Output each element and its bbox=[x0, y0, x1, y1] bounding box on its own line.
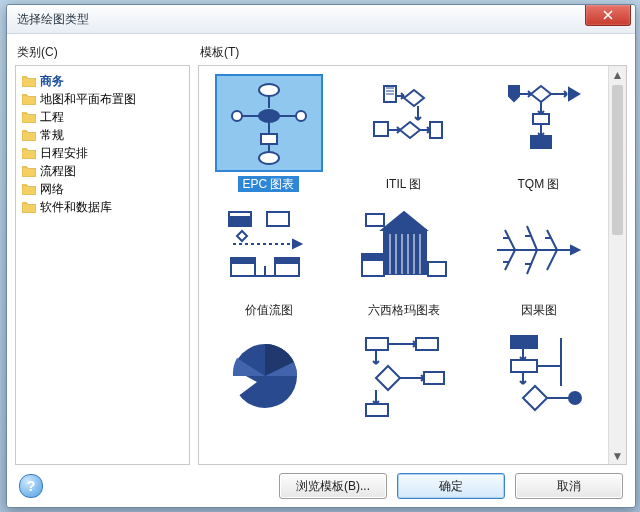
svg-point-2 bbox=[259, 110, 279, 122]
category-item[interactable]: 工程 bbox=[20, 108, 185, 126]
svg-rect-15 bbox=[531, 136, 551, 148]
categories-tree[interactable]: 商务地图和平面布置图工程常规日程安排流程图网络软件和数据库 bbox=[15, 65, 190, 465]
category-item[interactable]: 常规 bbox=[20, 126, 185, 144]
svg-rect-22 bbox=[275, 258, 299, 263]
category-item[interactable]: 商务 bbox=[20, 72, 185, 90]
svg-point-34 bbox=[569, 392, 581, 404]
scroll-thumb[interactable] bbox=[612, 85, 623, 235]
template-thumbnail bbox=[217, 76, 321, 170]
scroll-track[interactable] bbox=[610, 83, 625, 447]
svg-rect-23 bbox=[366, 214, 384, 226]
svg-rect-29 bbox=[416, 338, 438, 350]
templates-viewport: EPC 图表ITIL 图TQM 图价值流图六西格玛图表因果图 bbox=[199, 66, 608, 464]
window-title: 选择绘图类型 bbox=[17, 11, 89, 28]
category-label: 流程图 bbox=[40, 163, 76, 180]
template-item[interactable]: 价值流图 bbox=[205, 202, 332, 318]
category-label: 常规 bbox=[40, 127, 64, 144]
svg-rect-20 bbox=[231, 258, 255, 263]
folder-icon bbox=[22, 201, 36, 213]
svg-rect-13 bbox=[430, 122, 442, 138]
folder-icon bbox=[22, 129, 36, 141]
svg-rect-8 bbox=[261, 134, 277, 144]
category-label: 日程安排 bbox=[40, 145, 88, 162]
folder-icon bbox=[22, 147, 36, 159]
svg-rect-14 bbox=[533, 114, 549, 124]
template-item[interactable]: TQM 图 bbox=[475, 76, 602, 192]
category-item[interactable]: 流程图 bbox=[20, 162, 185, 180]
category-label: 地图和平面布置图 bbox=[40, 91, 136, 108]
svg-point-4 bbox=[232, 111, 242, 121]
svg-rect-25 bbox=[362, 254, 384, 260]
folder-icon bbox=[22, 111, 36, 123]
svg-rect-32 bbox=[511, 336, 537, 348]
template-thumbnail bbox=[217, 202, 321, 296]
template-thumbnail bbox=[217, 328, 321, 422]
template-label: EPC 图表 bbox=[238, 176, 298, 192]
template-label bbox=[400, 428, 408, 444]
template-thumbnail bbox=[352, 202, 456, 296]
template-label: TQM 图 bbox=[514, 176, 564, 192]
svg-rect-31 bbox=[366, 404, 388, 416]
template-thumbnail bbox=[352, 76, 456, 170]
close-button[interactable] bbox=[585, 5, 631, 26]
svg-point-10 bbox=[259, 152, 279, 164]
template-label: ITIL 图 bbox=[382, 176, 426, 192]
template-thumbnail bbox=[487, 202, 591, 296]
browse-templates-button[interactable]: 浏览模板(B)... bbox=[279, 473, 387, 499]
template-item[interactable]: EPC 图表 bbox=[205, 76, 332, 192]
template-item[interactable]: 六西格玛图表 bbox=[340, 202, 467, 318]
template-item[interactable]: ITIL 图 bbox=[340, 76, 467, 192]
template-item[interactable] bbox=[340, 328, 467, 444]
titlebar: 选择绘图类型 bbox=[7, 5, 635, 34]
categories-label: 类别(C) bbox=[17, 44, 190, 61]
ok-button[interactable]: 确定 bbox=[397, 473, 505, 499]
templates-scrollbar[interactable]: ▲ ▼ bbox=[608, 66, 626, 464]
template-label: 六西格玛图表 bbox=[364, 302, 444, 318]
template-item[interactable]: 因果图 bbox=[475, 202, 602, 318]
svg-rect-33 bbox=[511, 360, 537, 372]
template-item[interactable] bbox=[205, 328, 332, 444]
svg-point-6 bbox=[296, 111, 306, 121]
svg-rect-17 bbox=[229, 212, 251, 217]
categories-column: 类别(C) 商务地图和平面布置图工程常规日程安排流程图网络软件和数据库 bbox=[15, 40, 190, 465]
category-label: 工程 bbox=[40, 109, 64, 126]
dialog-window: 选择绘图类型 类别(C) 商务地图和平面布置图工程常规日程安排流程图网络软件和数… bbox=[6, 4, 636, 508]
svg-rect-30 bbox=[424, 372, 444, 384]
folder-icon bbox=[22, 75, 36, 87]
category-item[interactable]: 日程安排 bbox=[20, 144, 185, 162]
svg-rect-12 bbox=[374, 122, 388, 136]
svg-rect-18 bbox=[267, 212, 289, 226]
template-label bbox=[535, 428, 543, 444]
templates-grid: EPC 图表ITIL 图TQM 图价值流图六西格玛图表因果图 bbox=[205, 76, 602, 444]
help-icon: ? bbox=[27, 478, 36, 494]
help-button[interactable]: ? bbox=[19, 474, 43, 498]
template-label: 价值流图 bbox=[241, 302, 297, 318]
template-thumbnail bbox=[487, 76, 591, 170]
svg-rect-28 bbox=[366, 338, 388, 350]
template-thumbnail bbox=[487, 328, 591, 422]
templates-panel: EPC 图表ITIL 图TQM 图价值流图六西格玛图表因果图 ▲ ▼ bbox=[198, 65, 627, 465]
svg-point-0 bbox=[259, 84, 279, 96]
category-label: 网络 bbox=[40, 181, 64, 198]
template-thumbnail bbox=[352, 328, 456, 422]
scroll-up-button[interactable]: ▲ bbox=[610, 66, 625, 83]
category-item[interactable]: 网络 bbox=[20, 180, 185, 198]
scroll-down-button[interactable]: ▼ bbox=[610, 447, 625, 464]
template-item[interactable] bbox=[475, 328, 602, 444]
dialog-footer: ? 浏览模板(B)... 确定 取消 bbox=[7, 465, 635, 507]
category-item[interactable]: 软件和数据库 bbox=[20, 198, 185, 216]
templates-label: 模板(T) bbox=[200, 44, 627, 61]
template-label: 因果图 bbox=[517, 302, 561, 318]
folder-icon bbox=[22, 165, 36, 177]
folder-icon bbox=[22, 183, 36, 195]
cancel-button[interactable]: 取消 bbox=[515, 473, 623, 499]
category-label: 商务 bbox=[40, 73, 64, 90]
category-item[interactable]: 地图和平面布置图 bbox=[20, 90, 185, 108]
folder-icon bbox=[22, 93, 36, 105]
dialog-body: 类别(C) 商务地图和平面布置图工程常规日程安排流程图网络软件和数据库 模板(T… bbox=[7, 34, 635, 465]
templates-column: 模板(T) EPC 图表ITIL 图TQM 图价值流图六西格玛图表因果图 ▲ ▼ bbox=[198, 40, 627, 465]
category-label: 软件和数据库 bbox=[40, 199, 112, 216]
svg-rect-26 bbox=[428, 262, 446, 276]
close-icon bbox=[603, 10, 613, 20]
template-label bbox=[265, 428, 273, 444]
